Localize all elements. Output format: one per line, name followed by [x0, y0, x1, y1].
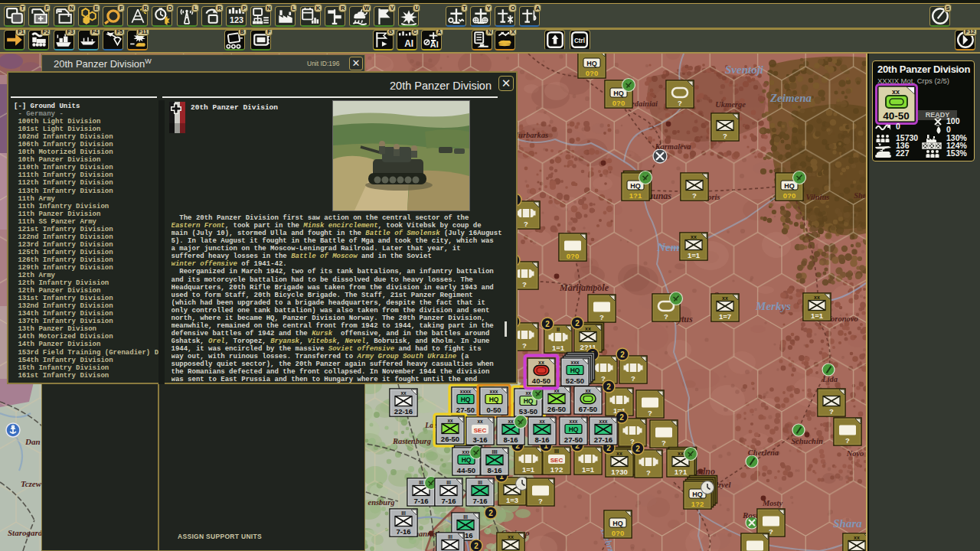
svg-text:HQ: HQ [570, 367, 580, 374]
svg-text:?: ? [664, 312, 668, 321]
svg-text:26-50: 26-50 [441, 435, 459, 443]
svg-text:2: 2 [635, 445, 640, 453]
svg-text:1=1: 1=1 [552, 344, 565, 352]
svg-text:III: III [446, 480, 451, 485]
svg-text:xx: xx [616, 451, 622, 456]
svg-text:xxx: xxx [571, 360, 580, 365]
svg-text:xx: xx [892, 88, 900, 96]
svg-text:2: 2 [488, 509, 493, 517]
svg-text:xx: xx [814, 295, 820, 300]
svg-text:123: 123 [229, 15, 243, 24]
svg-text:Lida: Lida [822, 375, 838, 383]
svg-text:40-50: 40-50 [532, 377, 550, 385]
svg-text:?: ? [522, 341, 527, 350]
svg-text:xx: xx [585, 388, 591, 393]
svg-text:ensburg: ensburg [368, 498, 394, 507]
svg-text:22-16: 22-16 [394, 407, 413, 416]
svg-text:HQ: HQ [630, 182, 641, 190]
svg-text:Sventoji: Sventoji [725, 64, 764, 76]
svg-text:IIII: IIII [492, 449, 497, 455]
svg-text:?: ? [646, 468, 651, 477]
svg-text:3-16: 3-16 [472, 435, 487, 444]
svg-text:xx: xx [477, 419, 483, 424]
svg-text:HQ: HQ [612, 520, 623, 527]
svg-text:27-50: 27-50 [564, 435, 583, 444]
svg-text:1=3: 1=3 [506, 496, 518, 504]
svg-text:Ukmerge: Ukmerge [715, 100, 746, 109]
svg-text:HQ: HQ [613, 90, 624, 97]
svg-text:xx: xx [400, 390, 407, 396]
svg-text:26-50: 26-50 [547, 405, 566, 413]
svg-text:III: III [419, 480, 423, 485]
svg-text:0-50: 0-50 [486, 406, 501, 414]
svg-text:xxx: xxx [599, 419, 608, 424]
svg-text:Vilnius: Vilnius [806, 193, 830, 201]
svg-text:40-50: 40-50 [883, 110, 910, 122]
svg-text:Jurbarkas: Jurbarkas [514, 131, 548, 139]
svg-text:III: III [448, 534, 452, 540]
svg-text:xxxx: xxxx [460, 389, 472, 394]
svg-text:xx: xx [508, 419, 514, 424]
svg-text:1=1: 1=1 [811, 311, 824, 320]
svg-text:52-50: 52-50 [566, 377, 584, 385]
svg-text:Rastenburg: Rastenburg [392, 437, 431, 445]
svg-text:xxx: xxx [570, 419, 578, 424]
svg-text:xx: xx [447, 418, 453, 423]
svg-text:xx: xx [585, 326, 591, 331]
svg-text:2: 2 [606, 383, 611, 391]
svg-text:8-16: 8-16 [534, 435, 549, 444]
svg-text:?: ? [599, 313, 604, 321]
svg-text:?: ? [648, 409, 652, 417]
svg-text:xx: xx [508, 534, 514, 540]
svg-text:Zeimena: Zeimena [769, 92, 812, 104]
svg-text:2: 2 [474, 542, 479, 550]
svg-text:Rost: Rost [742, 510, 759, 520]
svg-text:1?30: 1?30 [611, 468, 628, 476]
svg-text:?: ? [538, 497, 543, 505]
svg-text:?: ? [522, 280, 527, 289]
svg-text:Mosty: Mosty [762, 499, 783, 507]
svg-text:Lae: Lae [424, 421, 437, 429]
svg-text:2: 2 [575, 319, 580, 328]
svg-text:HQ: HQ [586, 60, 597, 67]
svg-text:44-50: 44-50 [457, 466, 475, 474]
svg-text:Ctrl: Ctrl [574, 37, 585, 44]
svg-text:1=1: 1=1 [688, 251, 701, 259]
svg-text:xx: xx [678, 451, 684, 456]
svg-text:III: III [554, 448, 559, 454]
svg-text:1?1: 1?1 [629, 191, 642, 200]
svg-text:67-50: 67-50 [579, 405, 597, 413]
svg-text:SEC: SEC [550, 457, 564, 464]
svg-text:HQ: HQ [692, 491, 703, 498]
svg-text:0?0: 0?0 [612, 529, 624, 537]
svg-text:SEC: SEC [474, 427, 487, 434]
svg-text:?: ? [631, 374, 635, 383]
svg-text:HQ: HQ [569, 425, 579, 433]
svg-text:7-16: 7-16 [472, 497, 487, 505]
svg-text:1?1: 1?1 [675, 468, 688, 476]
svg-text:8-16: 8-16 [487, 466, 501, 474]
svg-text:0?0: 0?0 [783, 191, 795, 200]
svg-text:Dan: Dan [24, 437, 41, 446]
svg-text:HQ: HQ [489, 396, 499, 403]
svg-text:Starogard: Starogard [8, 528, 43, 537]
svg-text:7-16: 7-16 [396, 527, 410, 536]
svg-text:xx: xx [538, 360, 544, 365]
svg-text:xx: xx [691, 234, 697, 240]
svg-text:1=1: 1=1 [582, 465, 595, 474]
svg-text:0?0: 0?0 [567, 252, 579, 260]
svg-text:Karmaleva: Karmaleva [654, 142, 691, 151]
svg-text:Cherlena: Cherlena [748, 448, 779, 457]
svg-text:Shara: Shara [833, 517, 862, 530]
svg-text:Schuchin: Schuchin [791, 437, 823, 445]
svg-text:?: ? [723, 132, 727, 140]
svg-text:xx: xx [722, 295, 728, 301]
svg-text:?: ? [692, 191, 697, 200]
svg-text:xxx: xxx [490, 389, 498, 394]
svg-text:0?0: 0?0 [612, 99, 625, 107]
svg-text:27-50: 27-50 [456, 406, 475, 414]
svg-text:1?2: 1?2 [550, 465, 563, 474]
svg-text:0?0: 0?0 [586, 69, 598, 77]
svg-text:HQ: HQ [524, 397, 534, 405]
svg-text:2: 2 [545, 320, 550, 328]
